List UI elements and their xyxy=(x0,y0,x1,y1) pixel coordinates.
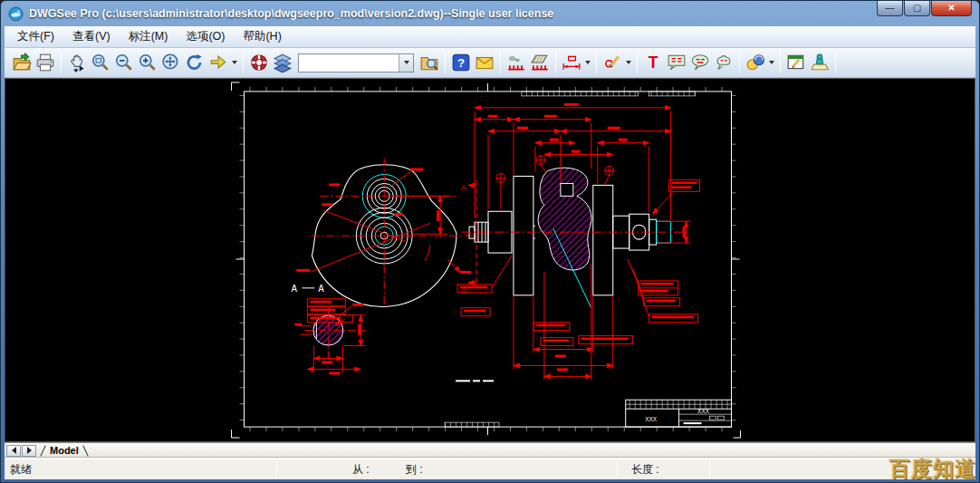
svg-text:A: A xyxy=(461,183,466,192)
comment-box-button[interactable] xyxy=(665,51,688,74)
measure-distance-button[interactable] xyxy=(504,51,528,74)
window-title: DWGSee Pro (c:\users\administrator\deskt… xyxy=(29,7,553,20)
tab-edge xyxy=(82,445,88,456)
layers-icon xyxy=(273,53,293,72)
svg-text:XXX: XXX xyxy=(645,416,658,422)
title-bar[interactable]: DWGSee Pro (c:\users\administrator\deskt… xyxy=(1,1,979,26)
toolbar-separator xyxy=(596,52,597,73)
layer-combo-dropdown[interactable] xyxy=(399,54,413,72)
zoom-in-button[interactable] xyxy=(136,51,159,74)
publish-dropdown[interactable] xyxy=(767,51,776,74)
send-mail-button[interactable] xyxy=(473,51,496,74)
svg-text:?: ? xyxy=(457,56,465,70)
tab-scroll-right-button[interactable] xyxy=(22,445,36,457)
menu-view[interactable]: 查看(V) xyxy=(63,26,120,47)
zoom-extents-button[interactable] xyxy=(159,51,183,74)
rotate-icon xyxy=(185,53,205,72)
layer-combo-input[interactable] xyxy=(299,55,399,71)
app-window: DWGSee Pro (c:\users\administrator\deskt… xyxy=(0,0,980,483)
toolbar-separator xyxy=(500,52,501,73)
tab-model[interactable]: Model xyxy=(43,443,86,458)
freehand-draw-button[interactable] xyxy=(600,51,624,74)
menu-file[interactable]: 文件(F) xyxy=(8,26,63,47)
side-view: A A xyxy=(457,103,699,380)
comment-oval-button[interactable] xyxy=(688,51,712,74)
zoom-out-icon xyxy=(114,53,134,72)
sheet-frame xyxy=(232,82,741,438)
measure-area-button[interactable] xyxy=(528,51,552,74)
menu-markup[interactable]: 标注(M) xyxy=(120,26,178,47)
left-arrow-icon xyxy=(12,447,16,454)
layout-tab-bar: Model xyxy=(5,442,975,458)
freehand-pencil-icon xyxy=(602,53,622,72)
rotate-view-button[interactable] xyxy=(183,51,207,74)
edit-note-button[interactable] xyxy=(784,51,808,74)
maximize-button[interactable]: ▢ xyxy=(904,1,930,16)
zoom-window-button[interactable] xyxy=(89,51,112,74)
minimize-button[interactable]: — xyxy=(877,1,903,16)
printer-icon xyxy=(35,53,55,72)
text-markup-button[interactable]: T xyxy=(641,51,665,74)
app-logo-icon xyxy=(8,6,24,22)
pan-button[interactable] xyxy=(65,51,89,74)
toolbar-separator xyxy=(445,52,446,73)
comment-cloud-button[interactable] xyxy=(712,51,735,74)
status-separator xyxy=(709,460,710,478)
menu-help[interactable]: 帮助(H) xyxy=(234,26,290,47)
toolbar-separator xyxy=(739,52,740,73)
mail-icon xyxy=(475,53,495,72)
toolbar-separator xyxy=(61,52,62,73)
watermark: 百度知道 xyxy=(889,455,976,483)
pan-hand-icon xyxy=(67,53,87,72)
next-page-dropdown[interactable] xyxy=(230,51,239,74)
dimension-button[interactable] xyxy=(560,51,583,74)
measure-distance-icon xyxy=(506,53,526,72)
status-length-label: 长度 : xyxy=(631,462,659,478)
print-button[interactable] xyxy=(34,51,57,74)
layer-combobox[interactable] xyxy=(298,53,414,72)
notes xyxy=(456,380,494,382)
svg-text:XXX: XXX xyxy=(697,408,710,414)
toolbar: ? xyxy=(5,48,975,78)
freehand-dropdown[interactable] xyxy=(624,51,633,74)
svg-text:A: A xyxy=(318,283,324,295)
toolbar-separator xyxy=(555,52,556,73)
comment-cloud-balloon-icon xyxy=(714,53,734,72)
zoom-out-button[interactable] xyxy=(112,51,136,74)
tab-scroll-left-button[interactable] xyxy=(6,445,21,457)
next-page-button[interactable] xyxy=(207,51,230,74)
svg-text:T: T xyxy=(649,53,658,72)
comment-rect-balloon-icon xyxy=(667,53,687,72)
tab-model-label: Model xyxy=(50,445,79,456)
toolbar-separator xyxy=(243,52,244,73)
edit-note-window-icon xyxy=(786,53,806,72)
right-arrow-icon xyxy=(27,447,32,454)
status-separator xyxy=(276,460,277,478)
help-icon: ? xyxy=(451,53,471,72)
stamp-icon xyxy=(810,53,830,72)
cad-drawing: A A xyxy=(5,79,975,441)
help-button[interactable]: ? xyxy=(449,51,473,74)
zoom-window-icon xyxy=(91,53,110,72)
status-bar: 就绪 从 : 到 : 长度 : xyxy=(5,458,975,479)
publish-icon xyxy=(745,53,765,72)
zoom-extents-icon xyxy=(161,53,181,72)
zoom-in-icon xyxy=(138,53,158,72)
markup-manager-button[interactable] xyxy=(247,51,271,74)
toolbar-separator xyxy=(835,52,836,73)
browse-files-button[interactable] xyxy=(418,51,441,74)
drawing-canvas[interactable]: A A xyxy=(5,78,975,442)
title-block: XXX XXX xyxy=(626,400,732,427)
section-view: A A xyxy=(291,283,366,375)
close-button[interactable]: ✕ xyxy=(931,1,972,16)
stamp-button[interactable] xyxy=(808,51,831,74)
text-tool-icon: T xyxy=(643,53,663,72)
dimension-dropdown[interactable] xyxy=(583,51,592,74)
lifebuoy-icon xyxy=(249,53,269,72)
layers-button[interactable] xyxy=(271,51,294,74)
status-from-label: 从 : xyxy=(352,462,370,478)
status-separator xyxy=(617,460,618,478)
menu-options[interactable]: 选项(O) xyxy=(177,26,234,47)
open-button[interactable] xyxy=(10,51,34,74)
publish-button[interactable] xyxy=(744,51,767,74)
